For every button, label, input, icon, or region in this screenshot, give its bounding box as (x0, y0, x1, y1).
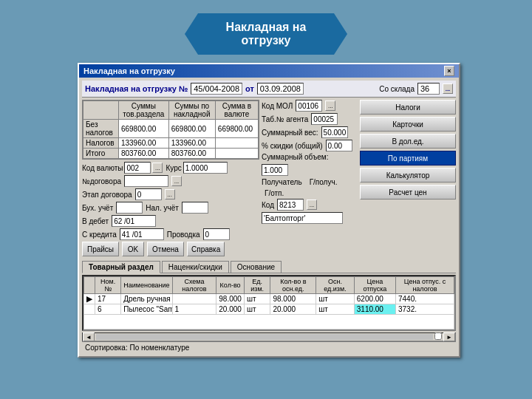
dialog-body: Накладная на отгрузку № 45/004-2008 от 0… (79, 78, 459, 356)
row-total-section[interactable]: 803760.00 (118, 149, 168, 159)
calculator-button[interactable]: Калькулятор (360, 168, 456, 183)
col-tax-scheme[interactable]: Схема налогов (172, 277, 216, 294)
debit-input[interactable] (112, 215, 156, 227)
row2-price-tax: 3732. (395, 304, 454, 315)
ok-button[interactable]: OK (122, 242, 144, 256)
data-table-wrap: Ном. № Наименование Схема налогов Кол-во… (82, 275, 456, 331)
org-name-input[interactable] (262, 212, 343, 224)
table-row[interactable]: 6 Пылесос "Samsu 1 20.000 шт 20.000 шт 3… (84, 304, 454, 315)
row-taxes-invoice[interactable]: 133960.00 (168, 138, 215, 149)
col-qty[interactable]: Кол-во (216, 277, 245, 294)
course-label: Курс (166, 164, 181, 172)
row1-price-tax: 7440. (395, 294, 454, 304)
stage-input[interactable] (135, 188, 162, 200)
col-qty-base[interactable]: Кол-во в осн.ед. (270, 277, 316, 294)
horizontal-scrollbar[interactable]: ◄ ► (82, 332, 456, 341)
invoice-date[interactable]: 03.09.2008 (257, 83, 304, 95)
cards-button[interactable]: Карточки (360, 117, 456, 132)
tab-agent-input[interactable] (311, 113, 338, 125)
contract-label: №договора (82, 177, 121, 185)
row-notax-invoice[interactable]: 669800.00 (168, 120, 215, 138)
recipient-section: Получатель Г/получ. Г/отп. Код ... (262, 178, 358, 224)
row1-base-unit: шт (316, 294, 355, 304)
help-button[interactable]: Справка (187, 242, 225, 256)
row-total-invoice[interactable]: 803760.00 (168, 149, 215, 159)
tab-discounts[interactable]: Наценки/скидки (162, 261, 229, 273)
col-price-tax[interactable]: Цена отпус. с налогов (395, 277, 454, 294)
stage-pick-button[interactable]: ... (165, 189, 175, 200)
row-notax-currency[interactable]: 669800.00 (215, 120, 258, 138)
contract-input[interactable] (124, 175, 168, 187)
cancel-button[interactable]: Отмена (147, 242, 184, 256)
row-taxes-currency (215, 138, 258, 149)
table-row[interactable]: ▶ 17 Дрель ручная "Ве 98.000 шт 98.000 ш… (84, 294, 454, 304)
wiring-input[interactable] (203, 228, 230, 240)
credit-input[interactable] (120, 228, 164, 240)
recipient-row: Получатель Г/получ. Г/отп. (262, 178, 358, 197)
col-name[interactable]: Наименование (121, 277, 172, 294)
row-taxes-label: Налогов (83, 138, 119, 149)
right-buttons: Налоги Карточки В дол.ед. По партиям Кал… (360, 100, 456, 200)
invoice-header: Накладная на отгрузку № 45/004-2008 от 0… (82, 81, 456, 98)
col-unit[interactable]: Ед. изм. (244, 277, 270, 294)
data-table: Ном. № Наименование Схема налогов Кол-во… (83, 276, 454, 330)
scroll-checkbox-input[interactable] (434, 332, 442, 340)
from-label: от (245, 84, 254, 93)
row2-tax-scheme: 1 (172, 304, 216, 315)
code-label: Код (262, 201, 274, 209)
weight-input[interactable] (321, 126, 348, 138)
close-button[interactable]: × (444, 66, 454, 76)
stage-label: Этап договора (82, 191, 132, 199)
org-name-row (262, 212, 358, 224)
col-num[interactable]: Ном. № (95, 277, 121, 294)
col-indicator (84, 277, 95, 294)
g-otp-label: Г/отп. (265, 189, 284, 197)
taxes-button[interactable]: Налоги (360, 100, 456, 115)
code-input[interactable] (277, 199, 304, 211)
volume-label: Суммарный объем: (262, 153, 328, 161)
contract-pick-button[interactable]: ... (171, 176, 182, 186)
row2-name: Пылесос "Samsu (121, 304, 172, 315)
scroll-left-button[interactable]: ◄ (83, 332, 95, 341)
scroll-right-button[interactable]: ► (443, 332, 455, 341)
by-lots-button[interactable]: По партиям (360, 151, 456, 166)
credit-label: С кредита (82, 231, 117, 239)
scroll-track[interactable] (96, 334, 433, 340)
debit-row: В дебет (82, 215, 259, 227)
row-taxes-section[interactable]: 133960.00 (118, 138, 168, 149)
code-pick[interactable]: ... (307, 200, 317, 210)
row-notax-label: Без налогов (83, 120, 119, 138)
currency-block: Код валюты ... (82, 162, 163, 174)
discount-input[interactable] (326, 140, 352, 151)
banner-text: Накладная на отгрузку (226, 21, 307, 47)
credit-row: С кредита Проводка (82, 228, 259, 240)
course-input[interactable] (183, 162, 228, 174)
tab-bar: Товарный раздел Наценки/скидки Основание (82, 261, 456, 273)
cod-mol-input[interactable] (296, 100, 322, 112)
tab-basis[interactable]: Основание (231, 261, 282, 273)
invoice-label: Накладная на отгрузку № (85, 84, 188, 93)
status-bar: Сортировка: По номенклатуре (82, 341, 456, 353)
tax-account-input[interactable] (182, 202, 208, 214)
row1-price: 6200.00 (354, 294, 395, 304)
scroll-checkbox (434, 332, 443, 341)
cod-mol-label: Код МОЛ (262, 102, 293, 110)
price-calc-button[interactable]: Расчет цен (360, 185, 456, 200)
currency-input[interactable] (124, 162, 151, 174)
tab-goods[interactable]: Товарный раздел (82, 261, 160, 273)
warehouse-pick-button[interactable]: ... (443, 83, 453, 94)
col-price[interactable]: Цена отпуска (354, 277, 395, 294)
warehouse-value[interactable]: 36 (417, 83, 440, 95)
cod-mol-pick[interactable]: ... (325, 100, 335, 111)
row-notax-section[interactable]: 669800.00 (118, 120, 168, 138)
invoice-number[interactable]: 45/004-2008 (191, 83, 242, 95)
currency-units-button[interactable]: В дол.ед. (360, 134, 456, 149)
accounting-input[interactable] (116, 202, 143, 214)
left-column: Суммы тов.раздела Суммы по накладной Сум… (82, 100, 259, 258)
currency-pick-button[interactable]: ... (152, 163, 163, 173)
row2-base-unit: шт (316, 304, 355, 315)
prices-button[interactable]: Прайсы (82, 242, 119, 256)
col-base-unit[interactable]: Осн. ед.изм. (316, 277, 355, 294)
accounting-row: Бух. учёт Нал. учёт (82, 202, 259, 214)
volume-input[interactable] (262, 164, 288, 176)
